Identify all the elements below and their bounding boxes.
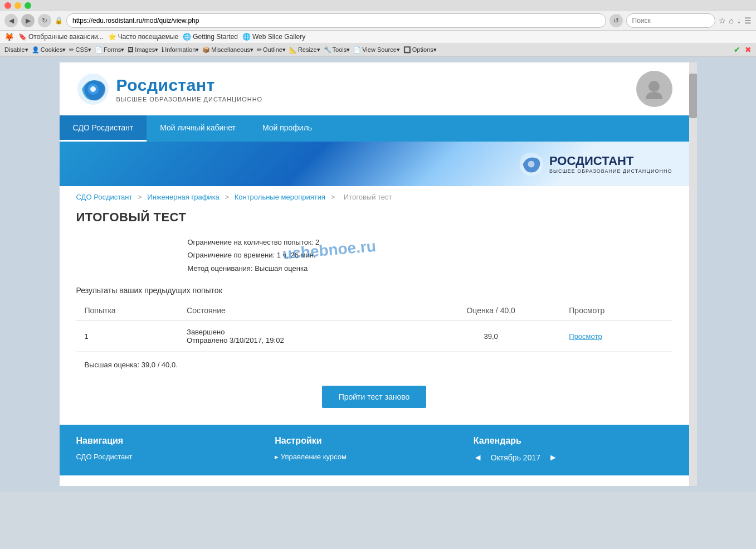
logo-subtitle: Высшее образование дистанционно bbox=[116, 96, 263, 103]
banner-text: РОСДИСТАНТ Высшее образование дистанцион… bbox=[549, 154, 672, 174]
list-icon[interactable]: ☰ bbox=[744, 16, 752, 25]
scrollbar-thumb[interactable] bbox=[689, 74, 697, 118]
maximize-btn[interactable] bbox=[25, 2, 31, 9]
forms-label: Forms▾ bbox=[104, 46, 124, 54]
footer-settings-link[interactable]: ▸ Управление курсом bbox=[275, 453, 474, 461]
bookmark-label: Web Slice Gallery bbox=[252, 33, 305, 41]
close-icon[interactable]: ✖ bbox=[745, 45, 752, 54]
dev-resize[interactable]: 📐 Resize▾ bbox=[289, 46, 320, 54]
time-limit-text: 1 ч. 26 мин. bbox=[277, 251, 316, 259]
time-limit-label: Ограничение по времени: bbox=[188, 251, 275, 259]
calendar-prev-button[interactable]: ◄ bbox=[474, 453, 482, 463]
dev-misc[interactable]: 📦 Miscellaneous▾ bbox=[202, 46, 253, 54]
dev-options[interactable]: 🔲 Options▾ bbox=[403, 46, 437, 54]
footer-calendar-title: Календарь bbox=[474, 436, 672, 446]
col-attempt: Попытка bbox=[76, 300, 179, 321]
bookmark-started[interactable]: 🌐 Getting Started bbox=[183, 33, 238, 41]
bookmark-vacancies[interactable]: 🔖 Отобранные вакансии... bbox=[18, 33, 104, 41]
dev-css[interactable]: ✏ CSS▾ bbox=[69, 46, 91, 54]
scrollbar[interactable] bbox=[689, 62, 697, 486]
site-banner: РОСДИСТАНТ Высшее образование дистанцион… bbox=[60, 142, 689, 186]
tools-label: Tools▾ bbox=[333, 46, 350, 54]
bookmark-label: Отобранные вакансии... bbox=[28, 33, 104, 41]
download-icon[interactable]: ↓ bbox=[737, 16, 741, 25]
refresh-button[interactable]: ↻ bbox=[38, 14, 51, 27]
minimize-btn[interactable] bbox=[14, 2, 21, 9]
page-content: Росдистант Высшее образование дистанцион… bbox=[60, 62, 689, 486]
dev-actions: ✔ ✖ bbox=[734, 45, 752, 54]
table-row: 1 Завершено Отправлено 3/10/2017, 19:02 … bbox=[76, 321, 672, 352]
dev-cookies[interactable]: 👤 Cookies▾ bbox=[32, 46, 66, 54]
best-score-text: 39,0 / 40,0. bbox=[142, 361, 178, 369]
footer-calendar-col: Календарь ◄ Октябрь 2017 ► bbox=[474, 436, 672, 464]
bookmark-frequent[interactable]: ⭐ Часто посещаемые bbox=[108, 33, 179, 41]
home-icon[interactable]: ⌂ bbox=[729, 16, 734, 25]
logo-regular: Рос bbox=[116, 76, 147, 94]
svg-point-5 bbox=[528, 161, 534, 167]
misc-icon: 📦 bbox=[202, 46, 210, 54]
back-button[interactable]: ◀ bbox=[4, 14, 18, 27]
address-bar[interactable] bbox=[66, 13, 606, 28]
nav-bar: ◀ ▶ ↻ 🔒 ↺ ☆ ⌂ ↓ ☰ bbox=[0, 11, 756, 31]
dev-disable[interactable]: Disable▾ bbox=[4, 46, 28, 54]
breadcrumb-sdo[interactable]: СДО Росдистант bbox=[76, 193, 133, 201]
grading-method-row: Метод оценивания: Высшая оценка bbox=[188, 262, 672, 275]
avatar-icon bbox=[643, 78, 665, 100]
info-container: Ограничение на количество попыток: 2 Огр… bbox=[76, 236, 672, 275]
col-review: Просмотр bbox=[560, 300, 672, 321]
breadcrumb-section[interactable]: Контрольные мероприятия bbox=[235, 193, 325, 201]
best-score-label: Высшая оценка: bbox=[85, 361, 140, 369]
dev-images[interactable]: 🖼 Images▾ bbox=[128, 46, 158, 54]
bookmark-label: Часто посещаемые bbox=[118, 33, 179, 41]
image-icon: 🖼 bbox=[128, 46, 134, 53]
forward-button[interactable]: ▶ bbox=[21, 14, 35, 27]
reload-icon: ↺ bbox=[613, 17, 619, 25]
dev-viewsource[interactable]: 📄 View Source▾ bbox=[353, 46, 400, 54]
bookmark-icon: 🌐 bbox=[242, 33, 251, 41]
search-input[interactable] bbox=[626, 13, 715, 28]
submitted-text: Отправлено 3/10/2017, 19:02 bbox=[187, 336, 413, 344]
results-label: Результаты ваших предыдущих попыток bbox=[76, 286, 672, 295]
breadcrumb-sep2: > bbox=[225, 193, 231, 201]
footer-settings-col: Настройки ▸ Управление курсом bbox=[275, 436, 474, 464]
options-label: Options▾ bbox=[412, 46, 437, 54]
footer-settings-title: Настройки bbox=[275, 436, 474, 446]
close-btn[interactable] bbox=[4, 2, 11, 9]
nav-cabinet[interactable]: Мой личный кабинет bbox=[147, 115, 249, 142]
css-label: CSS▾ bbox=[75, 46, 91, 54]
viewsource-label: View Source▾ bbox=[362, 46, 400, 54]
cell-attempt: 1 bbox=[76, 321, 179, 352]
nav-icons: ☆ ⌂ ↓ ☰ bbox=[719, 16, 752, 25]
site-footer: Навигация СДО Росдистант Настройки ▸ Упр… bbox=[60, 425, 689, 475]
check-icon[interactable]: ✔ bbox=[734, 45, 740, 54]
table-body: 1 Завершено Отправлено 3/10/2017, 19:02 … bbox=[76, 321, 672, 352]
bookmark-gallery[interactable]: 🌐 Web Slice Gallery bbox=[242, 33, 305, 41]
misc-label: Miscellaneous▾ bbox=[211, 46, 253, 54]
cell-status: Завершено Отправлено 3/10/2017, 19:02 bbox=[178, 321, 421, 352]
dev-forms[interactable]: 📄 Forms▾ bbox=[95, 46, 124, 54]
logo-area: Росдистант Высшее образование дистанцион… bbox=[76, 72, 263, 106]
svg-point-2 bbox=[90, 86, 96, 92]
breadcrumb: СДО Росдистант > Инженерная графика > Ко… bbox=[60, 186, 689, 205]
review-link[interactable]: Просмотр bbox=[569, 332, 602, 341]
star-icon[interactable]: ☆ bbox=[719, 16, 726, 25]
calendar-next-button[interactable]: ► bbox=[549, 453, 558, 463]
dev-tools[interactable]: 🔧 Tools▾ bbox=[324, 46, 350, 54]
resize-icon: 📐 bbox=[289, 46, 297, 54]
banner-title: РОСДИСТАНТ bbox=[549, 154, 672, 168]
retake-button[interactable]: Пройти тест заново bbox=[322, 386, 427, 408]
attempts-limit-number: 2 bbox=[315, 238, 319, 246]
col-status: Состояние bbox=[178, 300, 421, 321]
nav-sdo[interactable]: СДО Росдистант bbox=[60, 115, 147, 142]
footer-nav-link[interactable]: СДО Росдистант bbox=[76, 453, 275, 461]
forms-icon: 📄 bbox=[95, 46, 103, 54]
bookmark-icon: 🌐 bbox=[183, 33, 191, 41]
browser-chrome: ◀ ▶ ↻ 🔒 ↺ ☆ ⌂ ↓ ☰ 🦊 🔖 Отобранные ваканси… bbox=[0, 0, 756, 57]
info-block: Ограничение на количество попыток: 2 Огр… bbox=[188, 236, 672, 275]
nav-profile[interactable]: Мой профиль bbox=[249, 115, 325, 142]
reload-button[interactable]: ↺ bbox=[609, 14, 623, 27]
outline-label: Outline▾ bbox=[263, 46, 286, 54]
dev-outline[interactable]: ✏ Outline▾ bbox=[257, 46, 286, 54]
dev-information[interactable]: ℹ Information▾ bbox=[162, 46, 199, 54]
breadcrumb-course[interactable]: Инженерная графика bbox=[147, 193, 220, 201]
